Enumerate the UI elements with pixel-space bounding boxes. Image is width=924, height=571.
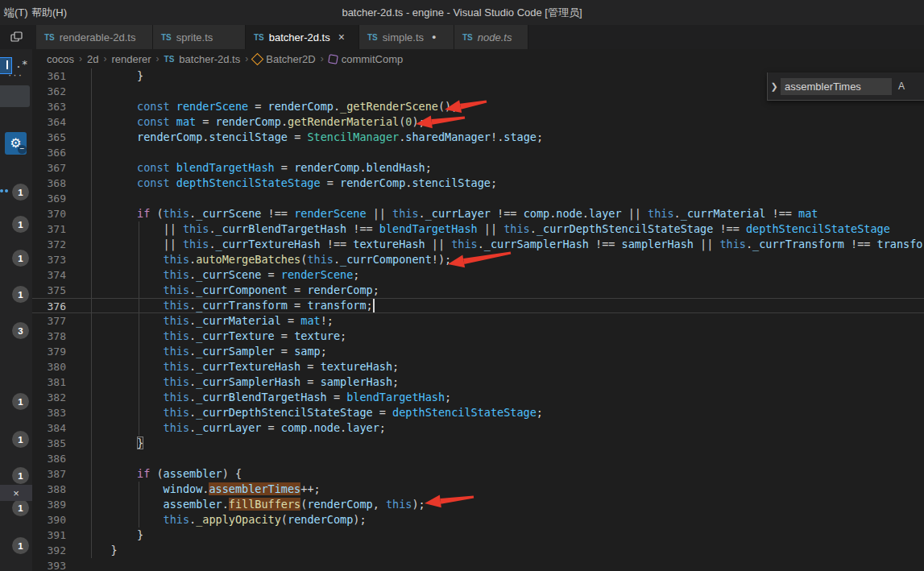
code-line-375[interactable]: 375 this._currComponent = renderComp; (32, 283, 924, 298)
code-line-383[interactable]: 383 this._currDepthStencilStateStage = d… (32, 405, 924, 420)
line-number: 374 (32, 267, 66, 283)
code-line-388[interactable]: 388 window.assemblerTimes++; (32, 482, 924, 497)
count-badge: 3 (12, 322, 29, 339)
window-title: batcher-2d.ts - engine - Visual Studio C… (0, 0, 924, 25)
split-editors-icon[interactable] (10, 31, 24, 43)
line-number: 388 (32, 482, 66, 497)
gear-badge: − (18, 145, 27, 154)
input-fragment (0, 85, 30, 107)
code-text: this._currBlendTargetHash = blendTargetH… (85, 390, 451, 405)
tab-simple.ts[interactable]: TSsimple.ts● (359, 25, 454, 49)
tab-label: node.ts (478, 31, 512, 43)
code-line-374[interactable]: 374 this._currScene = renderScene; (32, 267, 924, 283)
code-line-370[interactable]: 370 if (this._currScene !== renderScene … (32, 206, 924, 221)
code-text: if (assembler) { (85, 466, 242, 482)
code-line-386[interactable]: 386 (32, 451, 924, 466)
code-text: this._currComponent = renderComp; (85, 283, 379, 298)
code-line-392[interactable]: 392 } (32, 543, 924, 558)
more-actions-icon[interactable]: ··· (8, 68, 23, 81)
find-input[interactable] (781, 78, 892, 95)
tab-batcher-2d.ts[interactable]: TSbatcher-2d.ts× (246, 25, 359, 49)
tab-label: sprite.ts (176, 31, 213, 43)
count-badge: 1 (12, 250, 29, 267)
line-number: 393 (32, 558, 66, 571)
line-number: 371 (32, 221, 66, 237)
tab-node.ts[interactable]: TSnode.ts (454, 25, 528, 49)
line-number: 363 (32, 99, 66, 114)
text-cursor (373, 299, 375, 312)
code-line-368[interactable]: 368 const depthStencilStateStage = rende… (32, 176, 924, 191)
line-number: 365 (32, 130, 66, 145)
breadcrumb-separator: › (103, 53, 106, 64)
code-line-387[interactable]: 387 if (assembler) { (32, 466, 924, 482)
code-line-391[interactable]: 391 } (32, 528, 924, 543)
line-number: 370 (32, 206, 66, 221)
code-editor[interactable]: 361 }362363 const renderScene = renderCo… (32, 68, 924, 571)
count-badge: 1 (12, 286, 29, 303)
code-text: const blendTargetHash = renderComp.blend… (85, 160, 432, 176)
breadcrumb-item-batcher-2d.ts[interactable]: TSbatcher-2d.ts (164, 53, 241, 65)
code-text: const mat = renderComp.getRenderMaterial… (85, 114, 425, 130)
breadcrumb-item-2d[interactable]: 2d (87, 53, 98, 65)
line-number: 384 (32, 420, 66, 436)
tab-modified-dot[interactable]: ● (432, 33, 436, 41)
code-line-363[interactable]: 363 const renderScene = renderComp._getR… (32, 99, 924, 114)
match-case-icon[interactable]: A (898, 81, 905, 92)
tab-label: simple.ts (383, 31, 424, 43)
code-text: this._currSamplerHash = samplerHash; (85, 374, 399, 390)
code-line-389[interactable]: 389 assembler.fillBuffers(renderComp, th… (32, 497, 924, 512)
code-line-369[interactable]: 369 (32, 191, 924, 206)
code-line-384[interactable]: 384 this._currLayer = comp.node.layer; (32, 420, 924, 436)
tab-close-icon[interactable]: × (338, 31, 345, 43)
count-badge: 1 (12, 431, 29, 448)
code-line-372[interactable]: 372 || this._currTextureHash !== texture… (32, 237, 924, 252)
breadcrumb-item-cocos[interactable]: cocos (47, 53, 74, 65)
code-line-382[interactable]: 382 this._currBlendTargetHash = blendTar… (32, 390, 924, 405)
code-line-366[interactable]: 366 (32, 145, 924, 160)
tab-sprite.ts[interactable]: TSsprite.ts (153, 25, 246, 49)
line-number: 383 (32, 405, 66, 420)
code-line-364[interactable]: 364 const mat = renderComp.getRenderMate… (32, 114, 924, 130)
code-line-377[interactable]: 377 this._currMaterial = mat!; (32, 313, 924, 329)
line-number: 391 (32, 528, 66, 543)
line-number: 379 (32, 344, 66, 359)
code-line-373[interactable]: 373 this.autoMergeBatches(this._currComp… (32, 252, 924, 267)
line-number: 366 (32, 145, 66, 160)
count-badge: 1 (12, 393, 29, 410)
code-text: const depthStencilStateStage = renderCom… (85, 176, 497, 191)
code-text: assembler.fillBuffers(renderComp, this); (85, 497, 425, 512)
toggle-replace-chevron-icon[interactable]: ❯ (768, 81, 781, 92)
breadcrumb-item-renderer[interactable]: renderer (111, 53, 151, 65)
code-text: this.autoMergeBatches(this._currComponen… (85, 252, 451, 267)
code-text: } (85, 436, 143, 451)
count-badge: 1 (12, 467, 29, 484)
close-row-button[interactable]: × (0, 485, 32, 501)
breadcrumb: cocos›2d›renderer›TSbatcher-2d.ts›Batche… (32, 49, 924, 68)
code-line-385[interactable]: 385 } (32, 436, 924, 451)
breadcrumb-separator: › (79, 53, 82, 64)
typescript-file-icon: TS (462, 33, 473, 42)
count-badge: 1 (12, 216, 29, 233)
code-text: this._currLayer = comp.node.layer; (85, 420, 386, 436)
code-line-367[interactable]: 367 const blendTargetHash = renderComp.b… (32, 160, 924, 176)
code-line-381[interactable]: 381 this._currSamplerHash = samplerHash; (32, 374, 924, 390)
breadcrumb-item-commitComp[interactable]: commitComp (329, 53, 404, 65)
line-number: 381 (32, 374, 66, 390)
code-line-380[interactable]: 380 this._currTextureHash = textureHash; (32, 359, 924, 374)
code-line-379[interactable]: 379 this._currSampler = samp; (32, 344, 924, 359)
code-line-378[interactable]: 378 this._currTexture = texture; (32, 329, 924, 344)
code-line-390[interactable]: 390 this._applyOpacity(renderComp); (32, 512, 924, 528)
breadcrumb-item-Batcher2D[interactable]: Batcher2D (253, 53, 315, 65)
count-badge: 1 (12, 537, 29, 554)
line-number: 385 (32, 436, 66, 451)
code-line-393[interactable]: 393 (32, 558, 924, 571)
code-text: } (85, 543, 118, 558)
code-line-376[interactable]: 376 this._currTransform = transform; (32, 298, 924, 313)
breadcrumb-label: commitComp (342, 53, 404, 65)
code-text: || this._currTextureHash !== textureHash… (85, 237, 924, 252)
manage-gear-button[interactable]: ⚙ − (5, 132, 27, 155)
tab-renderable-2d.ts[interactable]: TSrenderable-2d.ts (36, 25, 153, 49)
close-icon: × (13, 487, 19, 499)
code-line-365[interactable]: 365 renderComp.stencilStage = StencilMan… (32, 130, 924, 145)
code-line-371[interactable]: 371 || this._currBlendTargetHash !== ble… (32, 221, 924, 237)
